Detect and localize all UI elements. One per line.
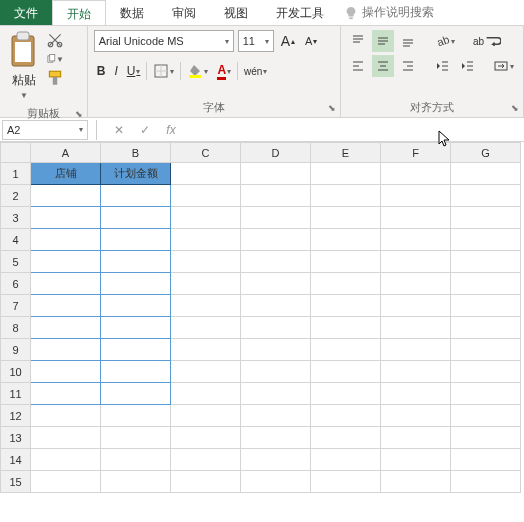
tell-me[interactable]: 操作说明搜索 <box>338 0 440 25</box>
cell-C7[interactable] <box>171 295 241 317</box>
tab-view[interactable]: 视图 <box>210 0 262 25</box>
col-header-D[interactable]: D <box>241 143 311 163</box>
cell-C15[interactable] <box>171 471 241 493</box>
cell-D9[interactable] <box>241 339 311 361</box>
decrease-indent-button[interactable] <box>431 55 453 77</box>
cell-G3[interactable] <box>451 207 521 229</box>
cell-E6[interactable] <box>311 273 381 295</box>
cell-D8[interactable] <box>241 317 311 339</box>
cell-F1[interactable] <box>381 163 451 185</box>
cancel-formula-icon[interactable]: ✕ <box>111 123 127 137</box>
cell-B13[interactable] <box>101 427 171 449</box>
bold-button[interactable]: B <box>94 60 109 82</box>
cell-G9[interactable] <box>451 339 521 361</box>
row-header-3[interactable]: 3 <box>1 207 31 229</box>
decrease-font-button[interactable]: A▾ <box>302 30 320 52</box>
row-header-9[interactable]: 9 <box>1 339 31 361</box>
paste-label[interactable]: 粘贴 <box>12 72 36 89</box>
increase-font-button[interactable]: A▴ <box>278 30 298 52</box>
increase-indent-button[interactable] <box>456 55 478 77</box>
cell-A14[interactable] <box>31 449 101 471</box>
cell-A1[interactable]: 店铺 <box>31 163 101 185</box>
cell-E8[interactable] <box>311 317 381 339</box>
format-painter-button[interactable] <box>46 70 64 86</box>
tab-file[interactable]: 文件 <box>0 0 52 25</box>
cut-button[interactable] <box>46 32 64 48</box>
cell-D15[interactable] <box>241 471 311 493</box>
cell-C2[interactable] <box>171 185 241 207</box>
row-header-4[interactable]: 4 <box>1 229 31 251</box>
cell-D1[interactable] <box>241 163 311 185</box>
cell-A10[interactable] <box>31 361 101 383</box>
fx-icon[interactable]: fx <box>163 123 179 137</box>
cell-B6[interactable] <box>101 273 171 295</box>
cell-E4[interactable] <box>311 229 381 251</box>
font-name-select[interactable]: Arial Unicode MS▾ <box>94 30 234 52</box>
cell-F11[interactable] <box>381 383 451 405</box>
tab-data[interactable]: 数据 <box>106 0 158 25</box>
cell-B8[interactable] <box>101 317 171 339</box>
cell-C13[interactable] <box>171 427 241 449</box>
cell-C8[interactable] <box>171 317 241 339</box>
cell-E1[interactable] <box>311 163 381 185</box>
cell-B1[interactable]: 计划金额 <box>101 163 171 185</box>
align-expand-icon[interactable]: ⬊ <box>509 103 521 115</box>
cell-D3[interactable] <box>241 207 311 229</box>
col-header-E[interactable]: E <box>311 143 381 163</box>
cell-G15[interactable] <box>451 471 521 493</box>
cell-F7[interactable] <box>381 295 451 317</box>
align-left-button[interactable] <box>347 55 369 77</box>
cell-E12[interactable] <box>311 405 381 427</box>
tab-developer[interactable]: 开发工具 <box>262 0 338 25</box>
row-header-7[interactable]: 7 <box>1 295 31 317</box>
cell-C14[interactable] <box>171 449 241 471</box>
cell-A11[interactable] <box>31 383 101 405</box>
row-header-15[interactable]: 15 <box>1 471 31 493</box>
cell-F14[interactable] <box>381 449 451 471</box>
cell-B2[interactable] <box>101 185 171 207</box>
cell-B4[interactable] <box>101 229 171 251</box>
cell-B5[interactable] <box>101 251 171 273</box>
cell-G6[interactable] <box>451 273 521 295</box>
cell-G4[interactable] <box>451 229 521 251</box>
cell-A15[interactable] <box>31 471 101 493</box>
row-header-14[interactable]: 14 <box>1 449 31 471</box>
cell-G2[interactable] <box>451 185 521 207</box>
align-middle-button[interactable] <box>372 30 394 52</box>
cell-F15[interactable] <box>381 471 451 493</box>
cell-E10[interactable] <box>311 361 381 383</box>
cell-C1[interactable] <box>171 163 241 185</box>
cell-A8[interactable] <box>31 317 101 339</box>
borders-button[interactable]: ▾ <box>150 60 177 82</box>
cell-F6[interactable] <box>381 273 451 295</box>
cell-F12[interactable] <box>381 405 451 427</box>
cell-G14[interactable] <box>451 449 521 471</box>
cell-B12[interactable] <box>101 405 171 427</box>
formula-input[interactable] <box>187 120 524 140</box>
cell-F4[interactable] <box>381 229 451 251</box>
align-center-button[interactable] <box>372 55 394 77</box>
cell-B11[interactable] <box>101 383 171 405</box>
cell-E11[interactable] <box>311 383 381 405</box>
cell-C9[interactable] <box>171 339 241 361</box>
col-header-A[interactable]: A <box>31 143 101 163</box>
cell-A3[interactable] <box>31 207 101 229</box>
cell-C11[interactable] <box>171 383 241 405</box>
cell-C4[interactable] <box>171 229 241 251</box>
phonetic-guide-button[interactable]: wén▾ <box>241 60 270 82</box>
cell-E2[interactable] <box>311 185 381 207</box>
underline-button[interactable]: U▾ <box>124 60 144 82</box>
cell-D6[interactable] <box>241 273 311 295</box>
cell-A7[interactable] <box>31 295 101 317</box>
cell-G8[interactable] <box>451 317 521 339</box>
cell-F9[interactable] <box>381 339 451 361</box>
cell-A6[interactable] <box>31 273 101 295</box>
cell-A12[interactable] <box>31 405 101 427</box>
cell-E15[interactable] <box>311 471 381 493</box>
tab-review[interactable]: 审阅 <box>158 0 210 25</box>
cell-D11[interactable] <box>241 383 311 405</box>
cell-G13[interactable] <box>451 427 521 449</box>
cell-B7[interactable] <box>101 295 171 317</box>
row-header-13[interactable]: 13 <box>1 427 31 449</box>
cell-B9[interactable] <box>101 339 171 361</box>
